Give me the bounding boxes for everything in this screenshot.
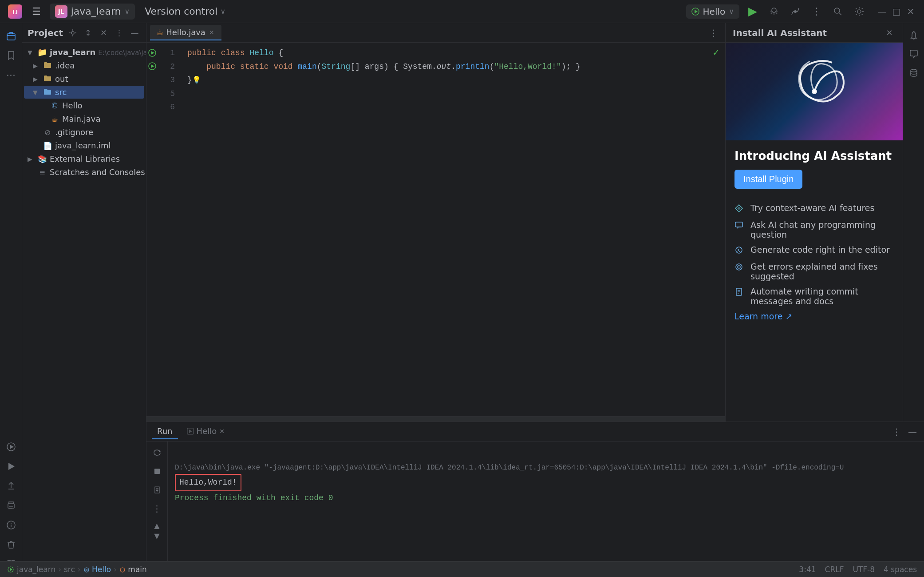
project-more-button[interactable]: ⋮ (113, 27, 125, 39)
run-button[interactable]: ▶ (745, 4, 761, 20)
project-selector[interactable]: JL java_learn ∨ (50, 4, 135, 20)
editor-tabs-more-button[interactable]: ⋮ (706, 26, 722, 40)
hamburger-menu-button[interactable]: ☰ (28, 4, 44, 19)
bottom-tab-hello[interactable]: Hello ✕ (182, 424, 230, 439)
editor-main-area: ☕ Hello.java ✕ ⋮ (146, 23, 924, 577)
sidebar-item-info[interactable] (3, 517, 20, 533)
tree-item-gitignore[interactable]: ▶ ⊘ .gitignore (24, 126, 144, 139)
project-close-button[interactable]: ✕ (98, 27, 110, 39)
tab-close-button[interactable]: ✕ (208, 28, 215, 37)
more-options-button[interactable]: ⋮ (809, 4, 825, 20)
status-line-ending[interactable]: CRLF (825, 565, 844, 574)
run-gutter-1[interactable] (148, 46, 156, 60)
bottom-tab-hello-close[interactable]: ✕ (219, 428, 225, 435)
project-expand-button[interactable]: ↕ (82, 27, 94, 39)
vcs-selector[interactable]: Version control ∨ (140, 4, 230, 19)
bottom-stop-button[interactable] (150, 464, 165, 479)
search-button[interactable] (830, 4, 846, 20)
bottom-tab-run[interactable]: Run (152, 424, 178, 439)
sidebar-item-project[interactable] (3, 28, 20, 44)
ai-learn-more-link[interactable]: Learn more ↗ (726, 306, 903, 321)
folder-idea-icon (43, 61, 51, 68)
status-path-hello[interactable]: © Hello (83, 565, 111, 574)
status-path-src[interactable]: src (64, 565, 75, 574)
tree-item-scratches[interactable]: ▶ ≡ Scratches and Consoles (24, 166, 144, 179)
tree-item-external-libs[interactable]: ▶ 📚 External Libraries (24, 152, 144, 165)
status-indent[interactable]: 4 spaces (884, 565, 917, 574)
tree-item-main-java[interactable]: ▶ ☕ Main.java (24, 112, 144, 125)
sidebar-item-delete[interactable] (3, 536, 20, 553)
console-hello-world: Hello,World! (175, 474, 241, 491)
console-output[interactable]: D:\java\bin\java.exe "-javaagent:D:\app\… (168, 442, 924, 572)
status-path-main[interactable]: main (119, 565, 147, 574)
sidebar-item-play[interactable] (3, 458, 20, 475)
bookmarks-icon (6, 51, 16, 60)
line-numbers: 1 2 3 5 6 (158, 43, 180, 416)
window-maximize-button[interactable]: □ (890, 5, 903, 18)
run-gutter-2[interactable] (148, 60, 156, 73)
install-plugin-button[interactable]: Install Plugin (734, 170, 802, 189)
bottom-content: ⋮ ▲ ▼ D:\java\bin\java.exe "-javaagent:D… (146, 442, 924, 572)
sidebar-item-bookmarks[interactable] (3, 47, 20, 64)
run-config-selector[interactable]: Install AI Assistant Hello ∨ (686, 4, 739, 19)
debug-button[interactable] (766, 4, 782, 20)
tree-item-libs-label: External Libraries (50, 154, 120, 163)
ai-panel-title: Install AI Assistant (733, 28, 883, 38)
bottom-left-strip: ⋮ ▲ ▼ (146, 442, 168, 572)
project-locate-button[interactable] (67, 27, 79, 39)
sidebar-item-run[interactable] (3, 438, 20, 455)
database-button[interactable] (906, 65, 922, 81)
bottom-rerun-button[interactable] (150, 445, 165, 460)
scroll-down-icon (153, 485, 162, 494)
status-method-icon (119, 567, 126, 573)
editor-panel: ☕ Hello.java ✕ ⋮ (146, 23, 725, 422)
bottom-more-actions[interactable]: ⋮ (150, 501, 165, 516)
window-close-button[interactable]: ✕ (904, 5, 917, 18)
scratches-icon: ≡ (37, 168, 47, 177)
tree-item-root[interactable]: ▼ 📁 java_learn E:\code\java\ja... (24, 46, 144, 59)
project-collapse-button[interactable]: — (129, 27, 141, 39)
folder-icon (43, 61, 52, 70)
sidebar-item-print[interactable] (3, 497, 20, 514)
editor-horizontal-scrollbar[interactable] (146, 416, 725, 422)
code-editor[interactable]: public class Hello { public static void … (180, 43, 725, 416)
search-icon (833, 7, 843, 16)
tree-item-hello-class[interactable]: ▶ © Hello (24, 99, 144, 112)
chat-icon (734, 221, 745, 231)
svg-point-30 (813, 90, 816, 93)
doc-icon (734, 287, 743, 296)
ai-panel-content: Introducing AI Assistant Install Plugin (726, 43, 903, 422)
status-position[interactable]: 3:41 (799, 565, 816, 574)
ai-feature-5: Automate writing commit messages and doc… (734, 287, 894, 306)
svg-point-8 (834, 8, 840, 13)
tree-item-out[interactable]: ▶ out (24, 72, 144, 85)
console-process-finished: Process finished with exit code 0 (175, 493, 333, 502)
window-minimize-button[interactable]: — (876, 5, 888, 18)
profiler-button[interactable] (787, 4, 803, 20)
settings-button[interactable] (851, 4, 867, 20)
speech-icon (734, 221, 743, 230)
info-icon (6, 520, 16, 530)
tree-item-scratches-label: Scratches and Consoles (50, 167, 145, 177)
ai-chat-button[interactable] (906, 46, 922, 62)
settings-icon (854, 7, 864, 16)
tree-item-main-label: Main.java (62, 114, 100, 123)
left-tool-strip: ··· (0, 23, 22, 577)
bottom-panel-close-button[interactable]: — (906, 425, 919, 439)
notifications-button[interactable] (906, 28, 922, 44)
tree-item-iml[interactable]: ▶ 📄 java_learn.iml (24, 139, 144, 152)
tree-item-idea[interactable]: ▶ .idea (24, 59, 144, 72)
main-layout: ··· (0, 23, 924, 577)
sidebar-item-more[interactable]: ··· (3, 67, 20, 84)
folder-src-icon (43, 88, 52, 97)
editor-content: 1 2 3 5 6 public class Hello { public st… (146, 43, 725, 416)
tab-hello-java[interactable]: ☕ Hello.java ✕ (150, 25, 221, 40)
sidebar-item-push[interactable] (3, 478, 20, 494)
bottom-panel-more-button[interactable]: ⋮ (890, 425, 903, 439)
bottom-scroll-button[interactable] (150, 482, 165, 497)
status-project-name[interactable]: java_learn (17, 565, 55, 574)
ai-feature-5-text: Automate writing commit messages and doc… (750, 287, 894, 306)
status-charset[interactable]: UTF-8 (853, 565, 875, 574)
ai-panel-close-button[interactable]: ✕ (883, 27, 896, 39)
tree-item-src[interactable]: ▼ src (24, 86, 144, 99)
